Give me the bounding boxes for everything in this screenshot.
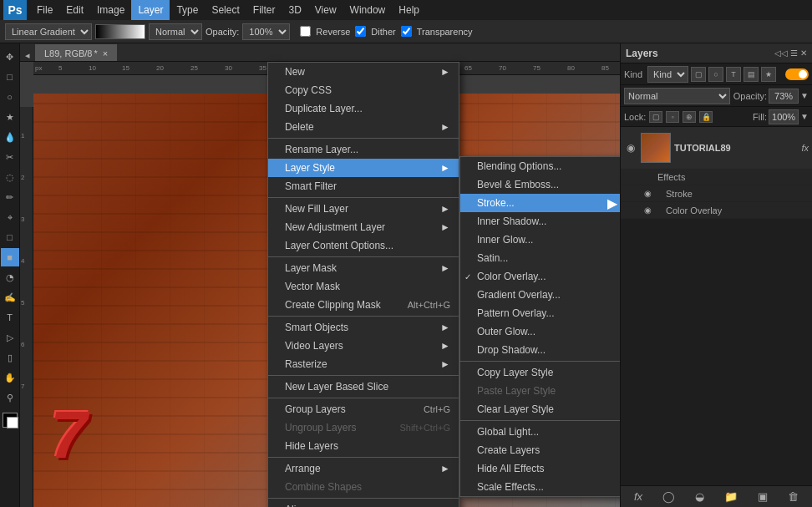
- dither-checkbox[interactable]: [355, 26, 366, 37]
- menu-select[interactable]: Select: [205, 0, 246, 20]
- shape-tool[interactable]: ▯: [1, 348, 19, 367]
- menu-group-layers[interactable]: Group Layers Ctrl+G: [268, 400, 459, 418]
- menu-arrange[interactable]: Arrange ►: [268, 459, 459, 478]
- fill-arrow[interactable]: ▼: [800, 112, 809, 121]
- menu-hide-layers[interactable]: Hide Layers: [268, 437, 459, 455]
- menu-help[interactable]: Help: [392, 0, 426, 20]
- mode-select[interactable]: Normal: [149, 23, 202, 40]
- type-tool[interactable]: T: [1, 308, 19, 327]
- submenu-bevel[interactable]: Bevel & Emboss...: [460, 175, 620, 194]
- submenu-clear-style[interactable]: Clear Layer Style: [460, 400, 620, 418]
- gradient-tool[interactable]: ■: [1, 248, 19, 266]
- lasso-tool[interactable]: ○: [1, 88, 19, 106]
- pen-tool[interactable]: ✍: [1, 288, 19, 307]
- menu-edit[interactable]: Edit: [59, 0, 90, 20]
- menu-rasterize[interactable]: Rasterize ►: [268, 355, 459, 373]
- layer-eye-icon[interactable]: ◉: [624, 141, 637, 155]
- eraser-tool[interactable]: □: [1, 228, 19, 246]
- move-tool[interactable]: ✥: [1, 48, 19, 66]
- submenu-scale-effects[interactable]: Scale Effects...: [460, 478, 620, 496]
- menu-align[interactable]: Align ►: [268, 500, 459, 507]
- submenu-inner-shadow[interactable]: Inner Shadow...: [460, 212, 620, 231]
- menu-window[interactable]: Window: [343, 0, 393, 20]
- fill-input[interactable]: [769, 109, 799, 124]
- delete-layer-btn[interactable]: 🗑: [788, 490, 799, 503]
- menu-duplicate-layer[interactable]: Duplicate Layer...: [268, 99, 459, 118]
- panel-collapse-btn[interactable]: ◁◁: [774, 48, 788, 58]
- submenu-blending[interactable]: Blending Options...: [460, 157, 620, 175]
- menu-smart-objects[interactable]: Smart Objects ►: [268, 318, 459, 337]
- zoom-tool[interactable]: ⚲: [1, 388, 19, 407]
- menu-ungroup-layers[interactable]: Ungroup Layers Shift+Ctrl+G: [268, 418, 459, 437]
- menu-new-adjustment[interactable]: New Adjustment Layer ►: [268, 218, 459, 236]
- menu-layer-mask[interactable]: Layer Mask ►: [268, 259, 459, 277]
- opacity-arrow[interactable]: ▼: [800, 91, 809, 100]
- filter-adjust-icon[interactable]: ○: [708, 67, 723, 82]
- menu-new[interactable]: New ►: [268, 63, 459, 81]
- panel-close-btn[interactable]: ✕: [800, 48, 807, 58]
- tab-close[interactable]: ×: [103, 48, 108, 58]
- add-adjustment-btn[interactable]: ◒: [695, 490, 704, 503]
- lock-transparent-icon[interactable]: ▢: [649, 111, 662, 123]
- tab-left-arrow[interactable]: ◂: [20, 50, 35, 61]
- menu-filter[interactable]: Filter: [246, 0, 282, 20]
- menu-new-layer-slice[interactable]: New Layer Based Slice: [268, 378, 459, 396]
- gradient-select[interactable]: Linear Gradient: [5, 23, 92, 40]
- transparency-checkbox[interactable]: [401, 26, 412, 37]
- reverse-checkbox[interactable]: [300, 26, 311, 37]
- lock-all-icon[interactable]: 🔒: [699, 111, 713, 123]
- menu-new-fill[interactable]: New Fill Layer ►: [268, 200, 459, 218]
- path-select-tool[interactable]: ▷: [1, 328, 19, 347]
- foreground-color[interactable]: [3, 413, 18, 428]
- layer-fx-badge[interactable]: fx: [801, 143, 809, 153]
- opacity-select[interactable]: 100%: [242, 23, 290, 40]
- menu-delete[interactable]: Delete ►: [268, 118, 459, 136]
- sub-layer-stroke-eye[interactable]: ◉: [641, 189, 654, 198]
- hand-tool[interactable]: ✋: [1, 368, 19, 387]
- create-layer-btn[interactable]: ▣: [758, 490, 768, 503]
- menu-rename[interactable]: Rename Layer...: [268, 140, 459, 159]
- submenu-color-overlay[interactable]: ✓ Color Overlay...: [460, 267, 620, 286]
- menu-view[interactable]: View: [308, 0, 343, 20]
- sub-layer-color-eye[interactable]: ◉: [641, 205, 654, 215]
- magic-wand-tool[interactable]: ★: [1, 108, 19, 126]
- menu-type[interactable]: Type: [170, 0, 205, 20]
- submenu-global-light[interactable]: Global Light...: [460, 423, 620, 441]
- layer-item-tutorial89[interactable]: ◉ TUTORIAL89 fx: [621, 127, 812, 169]
- menu-copy-css[interactable]: Copy CSS: [268, 81, 459, 99]
- filter-smart-icon[interactable]: ★: [761, 67, 776, 82]
- lock-paint-icon[interactable]: ◦: [666, 111, 679, 123]
- clone-tool[interactable]: ⌖: [1, 208, 19, 226]
- blend-mode-select[interactable]: Normal: [624, 88, 730, 104]
- submenu-stroke[interactable]: Stroke... ▶: [460, 194, 620, 212]
- add-mask-btn[interactable]: ◯: [662, 490, 675, 503]
- menu-smart-filter[interactable]: Smart Filter: [268, 177, 459, 195]
- filter-type-icon[interactable]: T: [726, 67, 741, 82]
- submenu-hide-all-effects[interactable]: Hide All Effects: [460, 459, 620, 478]
- create-group-btn[interactable]: 📁: [724, 490, 738, 503]
- lock-move-icon[interactable]: ⊕: [683, 111, 696, 123]
- filter-toggle[interactable]: [785, 68, 809, 80]
- submenu-create-layers[interactable]: Create Layers: [460, 441, 620, 459]
- dodge-tool[interactable]: ◔: [1, 268, 19, 286]
- rect-select-tool[interactable]: □: [1, 68, 19, 86]
- submenu-drop-shadow[interactable]: Drop Shadow...: [460, 341, 620, 359]
- background-color[interactable]: [7, 417, 18, 428]
- menu-file[interactable]: File: [30, 0, 59, 20]
- submenu-inner-glow[interactable]: Inner Glow...: [460, 231, 620, 249]
- filter-pixel-icon[interactable]: ▢: [691, 67, 706, 82]
- eyedropper-tool[interactable]: 💧: [1, 128, 19, 146]
- menu-image[interactable]: Image: [90, 0, 131, 20]
- submenu-pattern-overlay[interactable]: Pattern Overlay...: [460, 304, 620, 322]
- add-style-btn[interactable]: fx: [634, 490, 642, 503]
- brush-tool[interactable]: ✏: [1, 188, 19, 206]
- menu-layer[interactable]: Layer: [131, 0, 170, 20]
- kind-select[interactable]: Kind: [647, 66, 688, 83]
- submenu-satin[interactable]: Satin...: [460, 249, 620, 267]
- menu-video-layers[interactable]: Video Layers ►: [268, 337, 459, 355]
- panel-menu-btn[interactable]: ☰: [790, 48, 798, 58]
- filter-shape-icon[interactable]: ▤: [743, 67, 759, 82]
- canvas-tab[interactable]: L89, RGB/8 * ×: [35, 44, 117, 61]
- menu-layer-style[interactable]: Layer Style ►: [268, 159, 459, 177]
- menu-layer-content[interactable]: Layer Content Options...: [268, 236, 459, 255]
